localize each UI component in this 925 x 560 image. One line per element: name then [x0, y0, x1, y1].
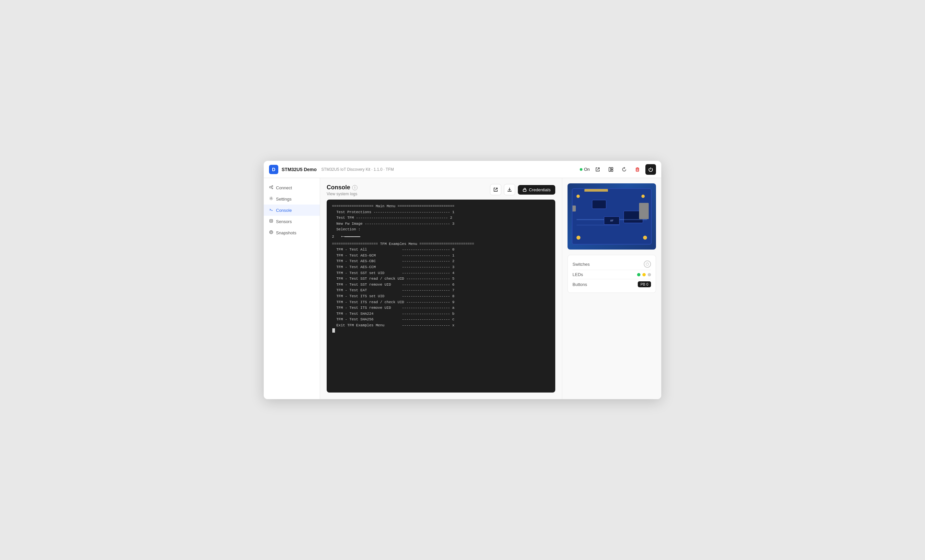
- settings-icon: [269, 196, 273, 201]
- content-subtitle: View system logs: [327, 192, 357, 196]
- svg-point-8: [272, 188, 273, 189]
- leds-row: LEDs: [572, 270, 651, 279]
- svg-rect-0: [609, 167, 610, 171]
- controls-panel: Switches LEDs: [568, 255, 656, 293]
- sidebar-item-connect[interactable]: Connect: [264, 182, 320, 193]
- pcb-circle-2: [643, 236, 647, 240]
- content-area: Console i View system logs: [320, 178, 562, 399]
- right-panel: ST Switches LEDs: [562, 178, 661, 399]
- switches-row: Switches: [572, 258, 651, 270]
- credentials-button[interactable]: Credentials: [518, 185, 555, 195]
- terminal-line: TFM - Test All ---------------------- 0: [332, 247, 550, 253]
- titlebar-left: D STM32U5 Demo STM32U5 IoT Discovery Kit…: [269, 165, 580, 174]
- main-window: D STM32U5 Demo STM32U5 IoT Discovery Kit…: [264, 161, 661, 399]
- svg-point-6: [270, 186, 271, 188]
- terminal-line: TFM - Test SST read / check UID --------…: [332, 276, 550, 282]
- svg-point-14: [271, 221, 272, 222]
- svg-line-10: [271, 188, 272, 188]
- terminal-line: =================== Main Menu ==========…: [332, 204, 550, 210]
- terminal-line: New Fw Image ---------------------------…: [332, 221, 550, 227]
- terminal-cursor: [332, 328, 335, 333]
- svg-rect-3: [636, 168, 639, 171]
- status-indicator: On: [580, 167, 590, 172]
- buttons-row: Buttons PB 0: [572, 279, 651, 289]
- terminal-line: TFM - Test AES-CCM ---------------------…: [332, 264, 550, 270]
- pb0-badge: PB 0: [638, 281, 651, 287]
- buttons-label: Buttons: [572, 282, 587, 287]
- delete-button[interactable]: [632, 164, 643, 175]
- svg-point-7: [272, 186, 273, 187]
- terminal-line: TFM - Test AES-GCM ---------------------…: [332, 253, 550, 259]
- app-subtitle: STM32U5 IoT Discovery Kit · 1.1.0 · TFM: [321, 167, 394, 172]
- refresh-button[interactable]: [619, 164, 630, 175]
- terminal-line: TFM - Test ITS read / check UID --------…: [332, 300, 550, 305]
- sidebar-label-settings: Settings: [276, 197, 292, 201]
- sensors-icon: [269, 219, 273, 224]
- terminal-line: Selection :: [332, 227, 550, 233]
- content-header: Console i View system logs: [320, 178, 562, 200]
- svg-rect-2: [611, 170, 613, 171]
- layout-button[interactable]: [606, 164, 616, 175]
- terminal-line: Test TFM -------------------------------…: [332, 215, 550, 221]
- sidebar-label-connect: Connect: [276, 185, 292, 190]
- sidebar: Connect Settings Console: [264, 178, 320, 399]
- svg-point-11: [271, 198, 272, 199]
- board-image: ST: [568, 183, 656, 249]
- pcb-circle-3: [642, 195, 645, 198]
- status-dot: [580, 168, 582, 171]
- titlebar: D STM32U5 Demo STM32U5 IoT Discovery Kit…: [264, 161, 661, 178]
- terminal-line: TFM - Test SST set UID -----------------…: [332, 270, 550, 276]
- header-actions: Credentials: [490, 184, 555, 195]
- led-green: [637, 273, 640, 276]
- switch-toggle[interactable]: [644, 260, 651, 268]
- main-layout: Connect Settings Console: [264, 178, 661, 399]
- sidebar-item-sensors[interactable]: Sensors: [264, 216, 320, 227]
- leds-label: LEDs: [572, 272, 583, 277]
- sidebar-item-console[interactable]: Console: [264, 204, 320, 216]
- snapshots-icon: [269, 230, 273, 235]
- app-title: STM32U5 Demo: [282, 167, 317, 172]
- titlebar-right: On: [580, 164, 656, 175]
- console-icon: [269, 207, 273, 213]
- terminal-cursor-line: [332, 328, 550, 333]
- terminal-line: TFM - Test AES-CBC ---------------------…: [332, 258, 550, 264]
- info-icon[interactable]: i: [352, 185, 357, 190]
- power-button[interactable]: [645, 164, 656, 175]
- pcb-circle-1: [577, 236, 580, 240]
- terminal-line: TFM - Test SHA256 ----------------------…: [332, 317, 550, 323]
- pcb-board: ST: [572, 188, 651, 245]
- pcb-circle-4: [577, 195, 580, 198]
- sidebar-item-snapshots[interactable]: Snapshots: [264, 227, 320, 238]
- svg-rect-1: [611, 167, 613, 169]
- terminal-line: TFM - Test EAT ---------------------- 7: [332, 288, 550, 294]
- svg-point-20: [270, 231, 272, 233]
- sidebar-label-sensors: Sensors: [276, 219, 292, 224]
- terminal-line: Exit TFM Examples Menu -----------------…: [332, 323, 550, 329]
- terminal-line: TFM - Test ITS remove UID --------------…: [332, 305, 550, 311]
- terminal-line: 2 ←—————: [332, 233, 550, 241]
- app-icon: D: [269, 165, 278, 174]
- pcb-secondary-chip: [592, 200, 606, 209]
- pcb-usb: [572, 206, 576, 212]
- terminal-line: ===================== TFM Examples Menu …: [332, 241, 550, 247]
- terminal-line: TFM - Test SHA224 ----------------------…: [332, 311, 550, 317]
- console-download-button[interactable]: [504, 184, 515, 195]
- svg-rect-13: [270, 219, 273, 222]
- switches-label: Switches: [572, 262, 590, 267]
- external-link-button[interactable]: [592, 164, 603, 175]
- svg-rect-22: [523, 189, 526, 191]
- led-yellow: [642, 273, 646, 276]
- svg-line-9: [271, 186, 272, 187]
- terminal-wrapper: =================== Main Menu ==========…: [320, 200, 562, 399]
- sidebar-item-settings[interactable]: Settings: [264, 193, 320, 204]
- status-label: On: [584, 167, 590, 172]
- content-title: Console i: [327, 184, 357, 191]
- led-gray: [648, 273, 651, 276]
- connect-icon: [269, 185, 273, 190]
- led-group: [637, 273, 651, 276]
- pcb-connector: [585, 189, 608, 192]
- credentials-label: Credentials: [529, 187, 551, 192]
- terminal[interactable]: =================== Main Menu ==========…: [327, 200, 555, 393]
- terminal-line: Test Protections -----------------------…: [332, 210, 550, 215]
- console-external-link-button[interactable]: [490, 184, 501, 195]
